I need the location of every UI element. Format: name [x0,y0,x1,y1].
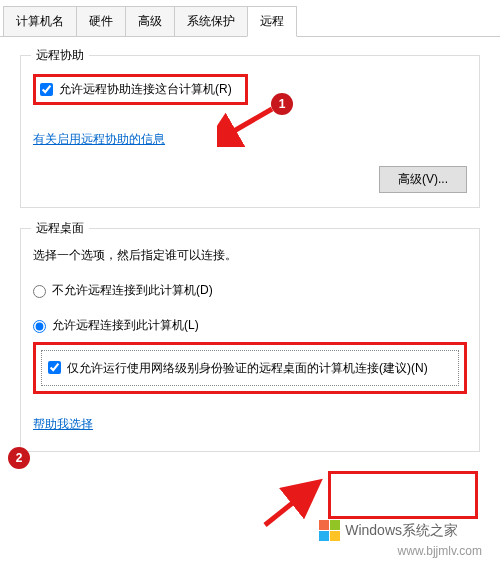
allow-remote-radio[interactable] [33,320,46,333]
deny-remote-radio[interactable] [33,285,46,298]
svg-line-3 [265,485,315,525]
allow-remote-label: 允许远程连接到此计算机(L) [52,317,199,334]
allow-remote-assist-row: 允许远程协助连接这台计算机(R) [33,74,248,105]
windows-logo-icon [319,520,340,541]
tab-system-protection[interactable]: 系统保护 [174,6,248,36]
tab-computer-name[interactable]: 计算机名 [3,6,77,36]
nla-label: 仅允许运行使用网络级别身份验证的远程桌面的计算机连接(建议)(N) [67,359,428,377]
tab-hardware[interactable]: 硬件 [76,6,126,36]
nla-checkbox[interactable] [48,361,61,374]
remote-assist-group: 远程协助 允许远程协助连接这台计算机(R) 有关启用远程协助的信息 高级(V).… [20,55,480,208]
remote-assist-info-link[interactable]: 有关启用远程协助的信息 [33,132,165,146]
watermark-url: www.bjjmlv.com [398,544,482,558]
allow-remote-assist-checkbox[interactable] [40,83,53,96]
annotation-marker-1: 1 [271,93,293,115]
deny-remote-label: 不允许远程连接到此计算机(D) [52,282,213,299]
tab-remote[interactable]: 远程 [247,6,297,37]
allow-remote-assist-label: 允许远程协助连接这台计算机(R) [59,81,232,98]
remote-assist-legend: 远程协助 [31,47,89,64]
remote-desktop-legend: 远程桌面 [31,220,89,237]
watermark-text: Windows系统之家 [345,522,458,540]
annotation-box-bottom [328,471,478,519]
nla-highlight: 仅允许运行使用网络级别身份验证的远程桌面的计算机连接(建议)(N) [33,342,467,394]
tab-bar: 计算机名 硬件 高级 系统保护 远程 [0,0,500,37]
remote-desktop-desc: 选择一个选项，然后指定谁可以连接。 [33,247,467,264]
watermark: Windows系统之家 [319,520,458,541]
annotation-marker-2: 2 [8,447,30,469]
tab-advanced[interactable]: 高级 [125,6,175,36]
remote-desktop-group: 远程桌面 选择一个选项，然后指定谁可以连接。 不允许远程连接到此计算机(D) 允… [20,228,480,452]
help-me-choose-link[interactable]: 帮助我选择 [33,417,93,431]
remote-assist-advanced-button[interactable]: 高级(V)... [379,166,467,193]
